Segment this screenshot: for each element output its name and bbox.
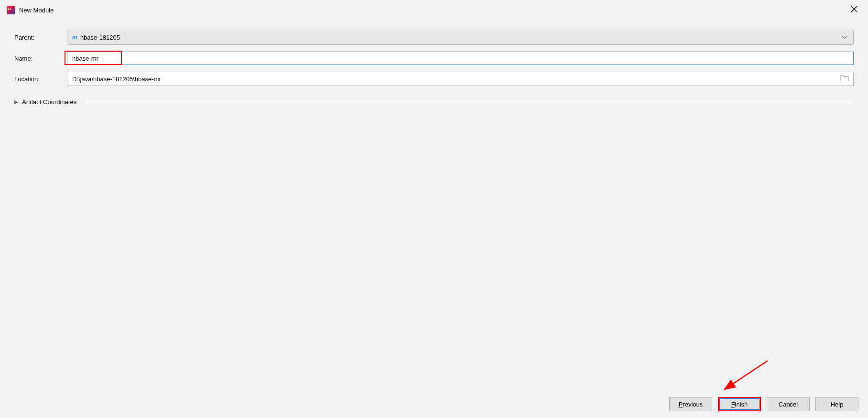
parent-row: Parent: m hbase-181205: [14, 30, 854, 45]
artifact-label: Artifact Coordinates: [22, 98, 76, 106]
content-area: Parent: m hbase-181205 Name: Location:: [0, 20, 868, 115]
titlebar-left: New Module: [7, 6, 54, 14]
previous-button[interactable]: Previous: [669, 397, 712, 411]
location-row: Location:: [14, 72, 854, 86]
parent-label: Parent:: [14, 34, 67, 41]
name-input[interactable]: [67, 52, 854, 65]
red-arrow-annotation: [715, 357, 772, 395]
name-input-wrapper: [67, 52, 854, 65]
finish-label-rest: inish: [735, 401, 748, 408]
artifact-coordinates-section[interactable]: ▶ Artifact Coordinates: [14, 98, 854, 106]
cancel-button[interactable]: Cancel: [767, 397, 810, 411]
window-title: New Module: [19, 7, 54, 14]
name-row: Name:: [14, 52, 854, 65]
folder-browse-icon[interactable]: [840, 75, 849, 83]
titlebar: New Module: [0, 0, 868, 20]
location-label: Location:: [14, 75, 67, 83]
location-input[interactable]: [67, 72, 854, 86]
location-control-wrapper: [67, 72, 854, 86]
expand-arrow-icon: ▶: [14, 99, 18, 105]
parent-control-wrapper: m hbase-181205: [67, 30, 854, 45]
help-button[interactable]: Help: [815, 397, 858, 411]
location-wrapper: [67, 72, 854, 86]
previous-label-rest: revious: [683, 401, 703, 408]
intellij-icon: [7, 6, 15, 14]
parent-select[interactable]: m hbase-181205: [67, 30, 854, 45]
close-icon: [851, 6, 857, 12]
separator-line: [82, 102, 854, 102]
svg-line-3: [725, 361, 768, 389]
name-control-wrapper: [67, 52, 854, 65]
maven-icon: m: [72, 33, 77, 41]
chevron-down-icon: [842, 34, 847, 41]
name-label: Name:: [14, 55, 67, 62]
parent-value: hbase-181205: [80, 34, 120, 41]
button-bar: Previous Finish Cancel Help: [669, 397, 858, 411]
close-button[interactable]: [847, 4, 861, 16]
finish-button[interactable]: Finish: [718, 397, 761, 411]
